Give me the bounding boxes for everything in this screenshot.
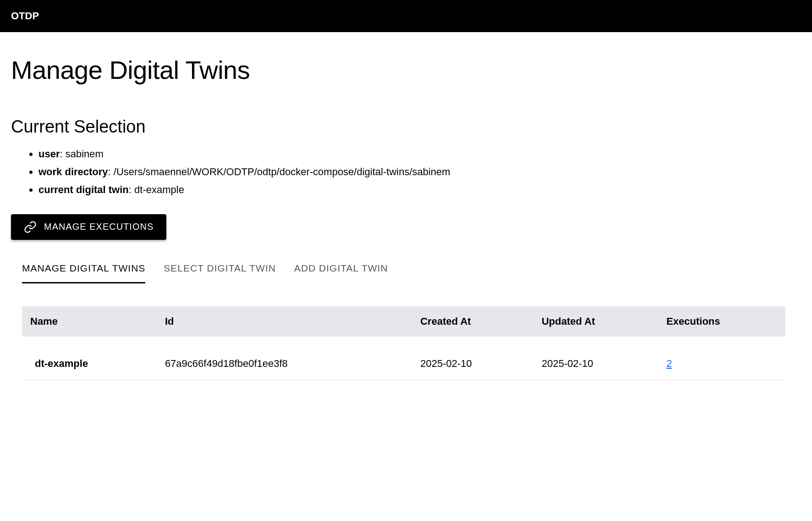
current-twin-value: dt-example: [134, 184, 184, 195]
selection-workdir: work directory: /Users/smaennel/WORK/ODT…: [38, 164, 801, 180]
app-name: OTDP: [11, 10, 39, 22]
app-header: OTDP: [0, 0, 812, 32]
tab-select-digital-twin[interactable]: SELECT DIGITAL TWIN: [164, 263, 276, 283]
workdir-value: /Users/smaennel/WORK/ODTP/odtp/docker-co…: [114, 166, 450, 177]
selection-current-twin: current digital twin: dt-example: [38, 182, 801, 198]
table-wrap: Name Id Created At Updated At Executions…: [11, 306, 801, 380]
col-created-at: Created At: [414, 306, 535, 337]
selection-user: user: sabinem: [38, 146, 801, 162]
section-title: Current Selection: [11, 117, 801, 137]
user-value: sabinem: [66, 148, 104, 160]
tab-manage-digital-twins[interactable]: MANAGE DIGITAL TWINS: [22, 263, 145, 283]
digital-twins-table: Name Id Created At Updated At Executions…: [22, 306, 785, 380]
cell-executions: 2: [660, 337, 785, 380]
manage-executions-button[interactable]: MANAGE EXECUTIONS: [11, 214, 166, 240]
main-content: Manage Digital Twins Current Selection u…: [0, 32, 812, 389]
table-row: dt-example 67a9c66f49d18fbe0f1ee3f8 2025…: [22, 337, 785, 380]
table-header-row: Name Id Created At Updated At Executions: [22, 306, 785, 337]
col-updated-at: Updated At: [535, 306, 660, 337]
col-executions: Executions: [660, 306, 785, 337]
cell-id: 67a9c66f49d18fbe0f1ee3f8: [159, 337, 414, 380]
cell-created-at: 2025-02-10: [414, 337, 535, 380]
manage-executions-label: MANAGE EXECUTIONS: [44, 222, 154, 232]
workdir-label: work directory: [38, 166, 108, 177]
cell-updated-at: 2025-02-10: [535, 337, 660, 380]
tabs: MANAGE DIGITAL TWINS SELECT DIGITAL TWIN…: [11, 263, 801, 283]
cell-name: dt-example: [22, 337, 159, 380]
executions-link[interactable]: 2: [666, 358, 672, 369]
user-label: user: [38, 148, 60, 160]
col-name: Name: [22, 306, 159, 337]
col-id: Id: [159, 306, 414, 337]
tab-add-digital-twin[interactable]: ADD DIGITAL TWIN: [294, 263, 388, 283]
selection-list: user: sabinem work directory: /Users/sma…: [11, 146, 801, 198]
current-twin-label: current digital twin: [38, 184, 129, 195]
link-icon: [24, 221, 37, 233]
page-title: Manage Digital Twins: [11, 55, 801, 85]
